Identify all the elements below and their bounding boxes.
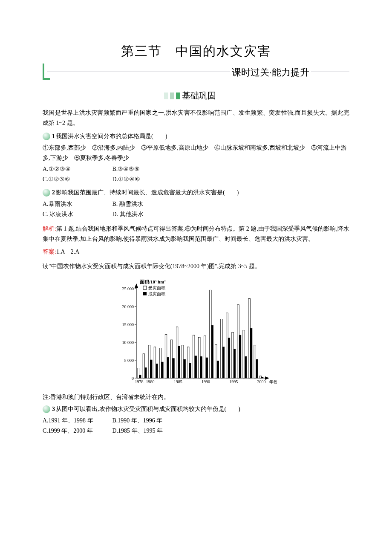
svg-marker-15 [265,376,269,380]
svg-rect-66 [243,330,245,378]
svg-rect-43 [178,346,180,378]
svg-rect-65 [239,335,241,378]
analysis-label: 解析: [43,225,56,232]
svg-rect-52 [204,336,206,378]
svg-rect-42 [176,327,178,378]
options-row-2: C. 冰凌洪水 D. 其他洪水 [43,209,349,220]
svg-rect-44 [182,345,183,378]
svg-text:2000: 2000 [257,379,265,384]
svg-rect-61 [228,338,230,378]
svg-rect-36 [159,348,161,378]
header-label: 课时过关·能力提升 [230,66,311,79]
svg-text:20 000: 20 000 [122,304,134,309]
intro-paragraph: 我国是世界上洪水灾害频繁而严重的国家之一,洪水灾害不仅影响范围广、发生频繁、突发… [43,108,349,128]
svg-rect-33 [150,360,152,378]
section-header: 基础巩固 [43,90,349,101]
bar-chart: 05 00010 00015 00020 00025 0001978198019… [115,276,277,391]
question-statements: ①东部多,西部少 ②沿海多,内陆少 ③平原低地多,高原山地少 ④山脉东坡和南坡多… [43,143,349,163]
svg-rect-48 [193,335,195,378]
svg-rect-64 [237,305,239,378]
svg-rect-56 [215,344,217,378]
question-stem: 我国洪水灾害空间分布的总体格局是( ) [56,133,349,140]
svg-rect-39 [167,357,169,378]
section-bar-icon [176,92,180,99]
svg-text:0: 0 [132,376,134,381]
option-b: B.③④⑤⑥ [112,164,181,174]
svg-rect-68 [248,299,250,378]
answer-label: 答案: [43,249,56,255]
svg-text:5 000: 5 000 [124,358,134,363]
svg-rect-30 [143,354,144,378]
svg-rect-53 [206,358,208,378]
option-a: A.暴雨洪水 [43,199,111,209]
svg-text:15 000: 15 000 [122,322,134,327]
bullet-icon [43,405,50,413]
svg-rect-73 [261,377,263,378]
option-d: D. 其他洪水 [112,209,181,220]
svg-text:1995: 1995 [229,379,238,384]
svg-text:25 000: 25 000 [122,286,134,291]
svg-rect-70 [254,345,256,378]
svg-rect-40 [170,340,172,378]
option-d: D.1985 年、1995 年 [112,426,181,436]
svg-text:1985: 1985 [174,379,182,384]
svg-rect-45 [184,359,185,378]
svg-rect-60 [226,313,228,378]
analysis-block: 解析:第 1 题,结合我国地形和季风气候特点可得出答案,⑥为时间分布特点。第 2… [43,224,349,244]
header-corner-icon [43,64,50,80]
question-stem: 影响我国范围最广、持续时间最长、造成危害最大的洪水灾害是( ) [56,189,349,197]
svg-text:成灾面积: 成灾面积 [148,292,165,296]
option-c: C. 冰凌洪水 [43,209,111,220]
question-number: 3 [52,406,55,413]
question-stem: 从图中可以看出,农作物水灾受灾面积与成灾面积均较大的年份是( ) [56,405,349,413]
answer-block: 答案:1.A 2.A [43,247,349,257]
svg-rect-69 [250,328,252,378]
svg-rect-34 [154,347,156,378]
svg-text:受灾面积: 受灾面积 [148,286,165,290]
svg-rect-67 [245,357,246,378]
svg-rect-55 [211,326,213,378]
question-2: 2 影响我国范围最广、持续时间最长、造成危害最大的洪水灾害是( ) A.暴雨洪水… [43,189,349,220]
svg-rect-38 [165,335,167,378]
options-row-2: C.1999 年、2000 年 D.1985 年、1995 年 [43,426,349,436]
page-title: 第三节 中国的水文灾害 [43,43,349,60]
question-3: 3 从图中可以看出,农作物水灾受灾面积与成灾面积均较大的年份是( ) A.199… [43,405,349,436]
svg-text:10 000: 10 000 [122,340,134,345]
svg-text:年份: 年份 [269,379,277,384]
svg-rect-59 [222,347,224,378]
options-row-1: A.1991 年、1998 年 B.1990 年、1996 年 [43,416,349,426]
analysis-text: 第 1 题,结合我国地形和季风气候特点可得出答案,⑥为时间分布特点。第 2 题,… [43,225,349,242]
bullet-icon [43,133,50,140]
option-b: B.1990 年、1996 年 [112,416,181,426]
svg-text:1980: 1980 [146,379,155,384]
svg-text:1978: 1978 [135,379,144,384]
option-d: D.①②④⑥ [112,174,181,185]
svg-text:面积/10³ hm²: 面积/10³ hm² [139,279,166,284]
figure-intro: 读"中国农作物水灾受灾面积与成灾面积年际变化(1978~2000 年)图",完成… [43,261,349,272]
option-c: C.1999 年、2000 年 [43,426,111,436]
svg-rect-57 [217,361,219,378]
svg-rect-46 [187,347,189,378]
svg-rect-63 [233,349,235,378]
svg-rect-29 [139,375,141,378]
svg-rect-35 [156,364,158,378]
svg-rect-26 [143,292,147,295]
section-title: 基础巩固 [182,91,216,100]
option-b: B. 融雪洪水 [112,199,181,209]
chart-note: 注:香港和澳门特别行政区、台湾省未统计在内。 [43,393,349,401]
svg-rect-47 [189,363,191,378]
svg-rect-51 [200,357,202,378]
question-1: 1 我国洪水灾害空间分布的总体格局是( ) ①东部多,西部少 ②沿海多,内陆少 … [43,133,349,185]
header-divider: 课时过关·能力提升 [43,64,349,80]
options-row-2: C.①②⑤⑥ D.①②④⑥ [43,174,349,185]
answer-text: 1.A 2.A [56,249,79,255]
bullet-icon [43,189,50,197]
option-a: A.1991 年、1998 年 [43,416,111,426]
svg-rect-71 [256,359,257,378]
svg-rect-41 [173,358,174,378]
question-number: 2 [52,189,55,196]
option-a: A.①②③④ [43,164,111,174]
options-row-1: A.①②③④ B.③④⑤⑥ [43,164,349,174]
svg-rect-32 [148,345,150,378]
options-row-1: A.暴雨洪水 B. 融雪洪水 [43,199,349,209]
